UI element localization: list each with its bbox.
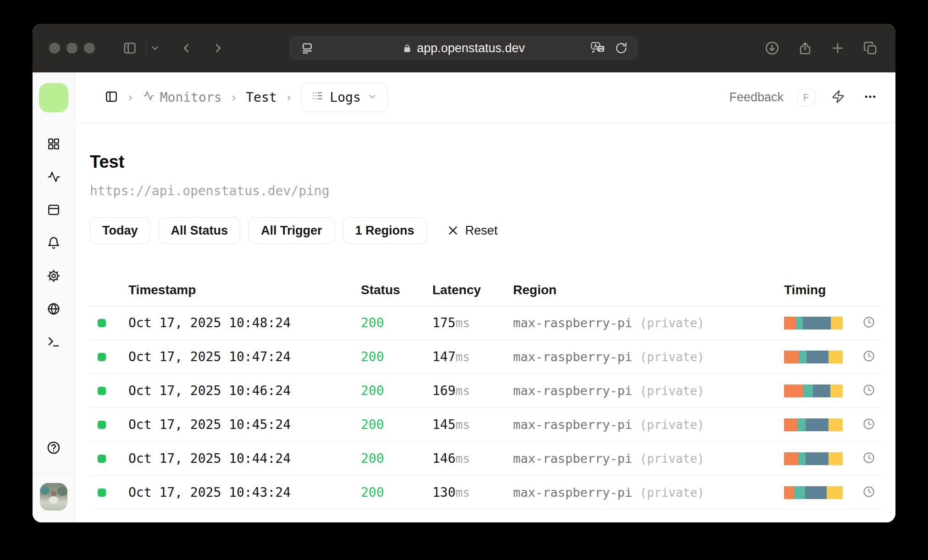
log-table-row[interactable]: Oct 17, 2025 10:48:24 200 175ms max-rasp… (90, 306, 882, 340)
more-options-icon[interactable] (863, 90, 877, 105)
log-timestamp: Oct 17, 2025 10:46:24 (128, 383, 361, 398)
workspace-logo[interactable] (39, 83, 68, 112)
activity-icon (47, 177, 61, 185)
sidebar-item-settings[interactable] (47, 269, 61, 285)
close-window-button[interactable] (49, 43, 60, 54)
col-timing: Timing (784, 283, 882, 306)
timing-segment-1 (784, 317, 796, 329)
timing-bar (784, 452, 843, 465)
url-text: app.openstatus.dev (417, 41, 525, 55)
sidebar-item-help[interactable] (46, 440, 61, 457)
timing-segment-3 (805, 486, 827, 499)
sidebar-item-notifications[interactable] (47, 236, 61, 252)
status-indicator (98, 455, 106, 463)
minimize-window-button[interactable] (66, 43, 77, 54)
timing-segment-4 (827, 486, 843, 499)
timing-segment-4 (829, 351, 843, 363)
sidebar-chevron-down-icon[interactable] (150, 43, 160, 53)
filter-button[interactable]: Today (90, 217, 150, 244)
log-status-code: 200 (361, 485, 432, 500)
clock-icon[interactable] (862, 384, 875, 398)
user-avatar[interactable] (40, 483, 67, 511)
sidebar-item-regions[interactable] (47, 302, 61, 318)
col-latency: Latency (432, 283, 513, 306)
timing-segment-1 (784, 384, 803, 397)
timing-segment-3 (813, 384, 830, 397)
status-indicator (98, 489, 106, 497)
log-region: max-raspberry-pi (private) (513, 451, 784, 466)
help-circle-icon (46, 449, 61, 456)
clock-icon[interactable] (862, 485, 875, 500)
timing-segment-3 (806, 351, 829, 363)
reload-icon[interactable] (615, 42, 628, 55)
clock-icon[interactable] (862, 451, 875, 466)
browser-sidebar-toggle-icon[interactable] (122, 41, 137, 55)
tab-overview-icon[interactable] (862, 40, 878, 56)
table-header-row: Timestamp Status Latency Region Timing (90, 277, 882, 306)
share-icon[interactable] (797, 40, 813, 56)
feedback-button[interactable]: Feedback (729, 90, 784, 104)
sidebar-item-status-pages[interactable] (47, 203, 61, 219)
log-region: max-raspberry-pi (private) (513, 384, 784, 398)
log-table-row[interactable]: Oct 17, 2025 10:47:24 200 147ms max-rasp… (90, 340, 882, 374)
monitor-endpoint-url: https://api.openstatus.dev/ping (90, 183, 882, 199)
filter-button[interactable]: All Status (159, 217, 241, 244)
back-button-icon[interactable] (179, 41, 193, 55)
new-tab-icon[interactable] (830, 41, 845, 55)
translate-icon[interactable]: A (589, 41, 607, 55)
terminal-icon (47, 342, 61, 350)
breadcrumb: › Monitors › Test › Logs (105, 83, 388, 112)
sidebar-item-monitors[interactable] (47, 170, 61, 186)
logs-table: Timestamp Status Latency Region Timing O… (90, 277, 882, 510)
status-indicator (98, 387, 106, 395)
timing-segment-2 (803, 384, 813, 397)
status-indicator (98, 421, 106, 429)
log-region: max-raspberry-pi (private) (513, 485, 784, 500)
zoom-window-button[interactable] (84, 43, 95, 54)
filter-button[interactable]: All Trigger (249, 217, 335, 244)
log-status-code: 200 (361, 383, 432, 398)
clock-icon[interactable] (862, 316, 875, 330)
view-switcher-logs[interactable]: Logs (301, 83, 387, 112)
sidebar-item-dashboard[interactable] (47, 137, 61, 153)
timing-segment-1 (784, 351, 799, 363)
log-timestamp: Oct 17, 2025 10:48:24 (128, 315, 361, 330)
sidebar-item-cli[interactable] (47, 335, 61, 351)
logs-list-icon (311, 90, 323, 105)
timing-segment-1 (784, 418, 797, 431)
forward-button-icon[interactable] (211, 41, 225, 55)
breadcrumb-monitor-name[interactable]: Test (246, 90, 276, 105)
timing-segment-3 (806, 452, 829, 465)
log-latency: 147ms (432, 349, 513, 364)
app-sidebar-toggle-icon[interactable] (105, 90, 118, 105)
reader-view-icon[interactable] (300, 41, 314, 55)
log-timestamp: Oct 17, 2025 10:44:24 (128, 451, 361, 466)
log-table-row[interactable]: Oct 17, 2025 10:43:24 200 130ms max-rasp… (90, 476, 882, 510)
clock-icon[interactable] (862, 417, 875, 432)
col-timestamp: Timestamp (128, 283, 361, 306)
col-region: Region (513, 283, 784, 306)
address-bar[interactable]: app.openstatus.dev A (290, 37, 637, 60)
log-region: max-raspberry-pi (private) (513, 316, 784, 330)
zap-icon[interactable] (831, 90, 845, 105)
log-table-row[interactable]: Oct 17, 2025 10:44:24 200 146ms max-rasp… (90, 442, 882, 476)
log-table-row[interactable]: Oct 17, 2025 10:45:24 200 145ms max-rasp… (90, 408, 882, 442)
breadcrumb-monitors[interactable]: Monitors (143, 90, 222, 105)
timing-segment-3 (803, 317, 831, 329)
downloads-icon[interactable] (764, 40, 780, 56)
reset-filters-button[interactable]: Reset (447, 224, 498, 238)
log-latency: 175ms (432, 315, 513, 330)
timing-segment-4 (829, 418, 843, 431)
activity-icon (143, 90, 155, 105)
clock-icon[interactable] (862, 350, 875, 364)
log-table-row[interactable]: Oct 17, 2025 10:46:24 200 169ms max-rasp… (90, 374, 882, 408)
log-latency: 146ms (432, 451, 513, 466)
feedback-shortcut-badge: F (797, 89, 815, 106)
log-timestamp: Oct 17, 2025 10:47:24 (128, 349, 361, 364)
timing-bar (784, 418, 843, 431)
filter-button[interactable]: 1 Regions (343, 217, 427, 244)
log-latency: 145ms (432, 417, 513, 432)
filter-bar: Today All Status All Trigger 1 Regions R… (90, 217, 882, 244)
log-timestamp: Oct 17, 2025 10:43:24 (128, 485, 361, 500)
svg-text:A: A (594, 43, 597, 49)
